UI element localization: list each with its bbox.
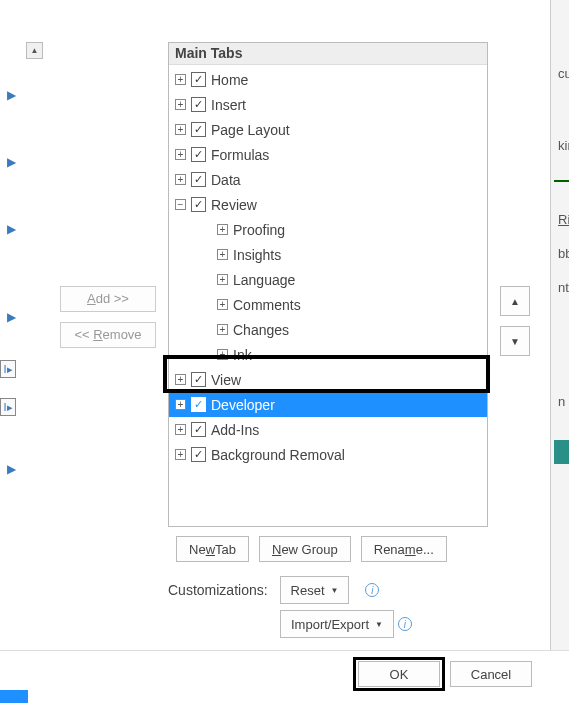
main-tabs-tree[interactable]: + Home + Insert + Page Layout + Formulas… xyxy=(169,65,487,469)
clipped-button xyxy=(554,440,569,464)
transfer-buttons: Add >> << Remove xyxy=(60,286,156,358)
expand-icon[interactable]: + xyxy=(175,449,186,460)
tree-item-background-removal[interactable]: + Background Removal xyxy=(169,442,487,467)
tree-item-ink[interactable]: + Ink xyxy=(169,342,487,367)
checkbox-icon[interactable] xyxy=(191,197,206,212)
cancel-button[interactable]: Cancel xyxy=(450,661,532,687)
checkbox-icon[interactable] xyxy=(191,447,206,462)
customizations-row: Customizations: Reset▼ i xyxy=(168,576,379,604)
text-cursor-icon[interactable]: I▸ xyxy=(0,398,16,416)
move-down-button[interactable]: ▼ xyxy=(500,326,530,356)
expand-icon[interactable]: + xyxy=(217,274,228,285)
info-icon[interactable]: i xyxy=(365,583,379,597)
clipped-text: bb xyxy=(558,246,569,261)
tree-item-home[interactable]: + Home xyxy=(169,67,487,92)
tree-label: Insights xyxy=(233,247,281,263)
expand-icon[interactable]: + xyxy=(217,349,228,360)
main-tabs-header: Main Tabs xyxy=(169,43,487,65)
tree-label: Language xyxy=(233,272,295,288)
clipped-text: Ri xyxy=(558,212,569,227)
expand-icon[interactable]: + xyxy=(175,174,186,185)
new-tab-button[interactable]: New Tab xyxy=(176,536,249,562)
tree-item-view[interactable]: + View xyxy=(169,367,487,392)
new-group-button[interactable]: New Group xyxy=(259,536,351,562)
tree-item-insert[interactable]: + Insert xyxy=(169,92,487,117)
tree-label: Changes xyxy=(233,322,289,338)
expand-icon[interactable]: + xyxy=(217,324,228,335)
expand-icon[interactable]: + xyxy=(175,124,186,135)
checkbox-icon[interactable] xyxy=(191,147,206,162)
right-scrollbar[interactable] xyxy=(550,0,569,650)
divider xyxy=(0,650,569,651)
dialog-footer: OK Cancel xyxy=(358,661,532,687)
tree-label: Comments xyxy=(233,297,301,313)
checkbox-icon[interactable] xyxy=(191,397,206,412)
tree-label: Add-Ins xyxy=(211,422,259,438)
checkbox-icon[interactable] xyxy=(191,97,206,112)
clipped-text: kin xyxy=(558,138,569,153)
ok-button[interactable]: OK xyxy=(358,661,440,687)
chevron-down-icon: ▼ xyxy=(331,586,339,595)
move-up-button[interactable]: ▲ xyxy=(500,286,530,316)
checkbox-icon[interactable] xyxy=(191,172,206,187)
info-icon[interactable]: i xyxy=(398,617,412,631)
tree-item-page-layout[interactable]: + Page Layout xyxy=(169,117,487,142)
tree-label: Developer xyxy=(211,397,275,413)
tree-item-changes[interactable]: + Changes xyxy=(169,317,487,342)
checkbox-icon[interactable] xyxy=(191,422,206,437)
tree-item-language[interactable]: + Language xyxy=(169,267,487,292)
tree-label: Ink xyxy=(233,347,252,363)
expand-icon[interactable]: + xyxy=(175,399,186,410)
import-export-dropdown[interactable]: Import/Export▼ xyxy=(280,610,394,638)
tree-item-insights[interactable]: + Insights xyxy=(169,242,487,267)
rename-button[interactable]: Rename... xyxy=(361,536,447,562)
expand-icon[interactable]: + xyxy=(217,299,228,310)
tree-item-proofing[interactable]: + Proofing xyxy=(169,217,487,242)
text-cursor-icon[interactable]: I▸ xyxy=(0,360,16,378)
checkbox-icon[interactable] xyxy=(191,122,206,137)
left-arrow-icon: ▶ xyxy=(4,310,18,324)
left-arrow-icon: ▶ xyxy=(4,155,18,169)
tree-label: Background Removal xyxy=(211,447,345,463)
tree-label: Review xyxy=(211,197,257,213)
tree-item-review[interactable]: − Review xyxy=(169,192,487,217)
expand-icon[interactable]: + xyxy=(175,374,186,385)
main-tabs-panel: Main Tabs + Home + Insert + Page Layout … xyxy=(168,42,488,527)
add-button[interactable]: Add >> xyxy=(60,286,156,312)
move-buttons: ▲ ▼ xyxy=(500,286,530,366)
tree-label: Home xyxy=(211,72,248,88)
tab-action-buttons: New Tab New Group Rename... xyxy=(176,536,447,562)
tree-label: Formulas xyxy=(211,147,269,163)
tree-label: Data xyxy=(211,172,241,188)
tree-label: Proofing xyxy=(233,222,285,238)
expand-icon[interactable]: + xyxy=(175,424,186,435)
customizations-label: Customizations: xyxy=(168,582,268,598)
tree-label: View xyxy=(211,372,241,388)
clipped-rule xyxy=(554,180,569,182)
checkbox-icon[interactable] xyxy=(191,372,206,387)
chevron-down-icon: ▼ xyxy=(375,620,383,629)
clipped-text: cu xyxy=(558,66,569,81)
expand-icon[interactable]: + xyxy=(217,224,228,235)
left-arrow-icon: ▶ xyxy=(4,88,18,102)
collapse-icon[interactable]: − xyxy=(175,199,186,210)
taskbar-fragment xyxy=(0,690,28,703)
tree-item-developer[interactable]: + Developer xyxy=(169,392,487,417)
tree-label: Page Layout xyxy=(211,122,290,138)
expand-icon[interactable]: + xyxy=(217,249,228,260)
tree-item-formulas[interactable]: + Formulas xyxy=(169,142,487,167)
checkbox-icon[interactable] xyxy=(191,72,206,87)
reset-dropdown[interactable]: Reset▼ xyxy=(280,576,350,604)
remove-button[interactable]: << Remove xyxy=(60,322,156,348)
tree-item-comments[interactable]: + Comments xyxy=(169,292,487,317)
expand-icon[interactable]: + xyxy=(175,74,186,85)
tree-item-add-ins[interactable]: + Add-Ins xyxy=(169,417,487,442)
tree-item-data[interactable]: + Data xyxy=(169,167,487,192)
scroll-up-button[interactable]: ▲ xyxy=(26,42,43,59)
expand-icon[interactable]: + xyxy=(175,99,186,110)
clipped-text: n xyxy=(558,394,565,409)
left-arrow-icon: ▶ xyxy=(4,222,18,236)
tree-label: Insert xyxy=(211,97,246,113)
import-export-row: Import/Export▼ i xyxy=(280,610,412,638)
expand-icon[interactable]: + xyxy=(175,149,186,160)
